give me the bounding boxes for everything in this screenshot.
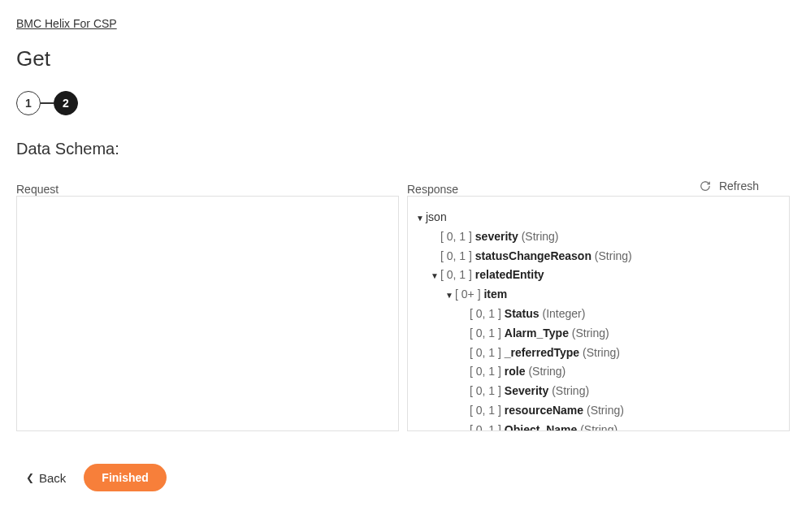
step-1[interactable]: 1 bbox=[16, 91, 41, 115]
field-name: statusChangeReason bbox=[475, 249, 592, 262]
tree-node[interactable]: [ 0, 1 ] _referredType (String) bbox=[460, 344, 781, 363]
cardinality: [ 0, 1 ] bbox=[440, 249, 475, 262]
cardinality: [ 0, 1 ] bbox=[470, 307, 505, 320]
tree-node[interactable]: ▼json[ 0, 1 ] severity (String)[ 0, 1 ] … bbox=[416, 208, 781, 431]
field-name: Alarm_Type bbox=[505, 327, 569, 340]
field-type: (String) bbox=[583, 404, 624, 417]
response-tree: ▼json[ 0, 1 ] severity (String)[ 0, 1 ] … bbox=[408, 197, 789, 431]
tree-node[interactable]: [ 0, 1 ] Status (Integer) bbox=[460, 305, 781, 324]
field-name: item bbox=[483, 288, 507, 301]
breadcrumb-link[interactable]: BMC Helix For CSP bbox=[16, 17, 117, 30]
cardinality: [ 0, 1 ] bbox=[470, 384, 505, 397]
back-button[interactable]: ❮ Back bbox=[26, 471, 66, 485]
refresh-icon bbox=[700, 180, 711, 192]
finished-button[interactable]: Finished bbox=[84, 464, 167, 491]
refresh-label: Refresh bbox=[719, 179, 759, 192]
field-name: relatedEntity bbox=[475, 268, 544, 281]
cardinality: [ 0, 1 ] bbox=[470, 346, 505, 359]
field-name: Status bbox=[505, 307, 540, 320]
field-type: (String) bbox=[548, 384, 589, 397]
tree-node[interactable]: ▼[ 0+ ] item[ 0, 1 ] Status (Integer)[ 0… bbox=[445, 285, 781, 431]
tree-children: ▼[ 0+ ] item[ 0, 1 ] Status (Integer)[ 0… bbox=[431, 285, 781, 431]
section-title: Data Schema: bbox=[16, 140, 790, 158]
chevron-down-icon[interactable]: ▼ bbox=[431, 269, 440, 283]
wizard-stepper: 1 2 bbox=[16, 91, 790, 115]
chevron-left-icon: ❮ bbox=[26, 472, 34, 483]
tree-children: [ 0, 1 ] severity (String)[ 0, 1 ] statu… bbox=[416, 227, 781, 431]
tree-node[interactable]: [ 0, 1 ] statusChangeReason (String) bbox=[431, 247, 781, 266]
tree-children: [ 0, 1 ] Status (Integer)[ 0, 1 ] Alarm_… bbox=[445, 305, 781, 431]
response-panel[interactable]: ▼json[ 0, 1 ] severity (String)[ 0, 1 ] … bbox=[407, 196, 790, 431]
field-name: _referredType bbox=[505, 346, 579, 359]
cardinality: [ 0, 1 ] bbox=[470, 327, 505, 340]
field-name: severity bbox=[475, 230, 518, 243]
page-title: Get bbox=[16, 46, 790, 71]
field-name: role bbox=[505, 365, 526, 378]
tree-node[interactable]: [ 0, 1 ] Alarm_Type (String) bbox=[460, 324, 781, 344]
field-type: (Integer) bbox=[540, 307, 586, 320]
tree-root-label: json bbox=[426, 210, 447, 223]
cardinality: [ 0, 1 ] bbox=[440, 230, 475, 243]
back-label: Back bbox=[39, 471, 66, 485]
cardinality: [ 0, 1 ] bbox=[470, 404, 505, 417]
tree-node[interactable]: [ 0, 1 ] resourceName (String) bbox=[460, 401, 781, 421]
tree-node[interactable]: ▼[ 0, 1 ] relatedEntity▼[ 0+ ] item[ 0, … bbox=[431, 266, 781, 431]
field-type: (String) bbox=[592, 249, 632, 262]
field-type: (String) bbox=[518, 230, 559, 243]
step-2[interactable]: 2 bbox=[54, 91, 78, 115]
cardinality: [ 0, 1 ] bbox=[440, 268, 475, 281]
request-panel bbox=[16, 196, 399, 431]
field-name: resourceName bbox=[505, 404, 583, 417]
tree-node[interactable]: [ 0, 1 ] Object_Name (String) bbox=[460, 421, 781, 431]
field-type: (String) bbox=[577, 423, 618, 431]
field-name: Severity bbox=[505, 384, 548, 397]
cardinality: [ 0, 1 ] bbox=[470, 423, 505, 431]
refresh-button[interactable]: Refresh bbox=[693, 176, 765, 196]
request-panel-label: Request bbox=[16, 183, 399, 196]
cardinality: [ 0+ ] bbox=[455, 288, 483, 301]
chevron-down-icon[interactable]: ▼ bbox=[416, 211, 426, 225]
field-name: Object_Name bbox=[505, 423, 577, 431]
tree-node[interactable]: [ 0, 1 ] Severity (String) bbox=[460, 382, 781, 401]
chevron-down-icon[interactable]: ▼ bbox=[445, 288, 455, 302]
field-type: (String) bbox=[569, 327, 609, 340]
field-type: (String) bbox=[526, 365, 566, 378]
tree-node[interactable]: [ 0, 1 ] role (String) bbox=[460, 362, 781, 382]
cardinality: [ 0, 1 ] bbox=[470, 365, 505, 378]
field-type: (String) bbox=[579, 346, 620, 359]
tree-node[interactable]: [ 0, 1 ] severity (String) bbox=[431, 227, 781, 247]
step-connector bbox=[41, 102, 54, 104]
